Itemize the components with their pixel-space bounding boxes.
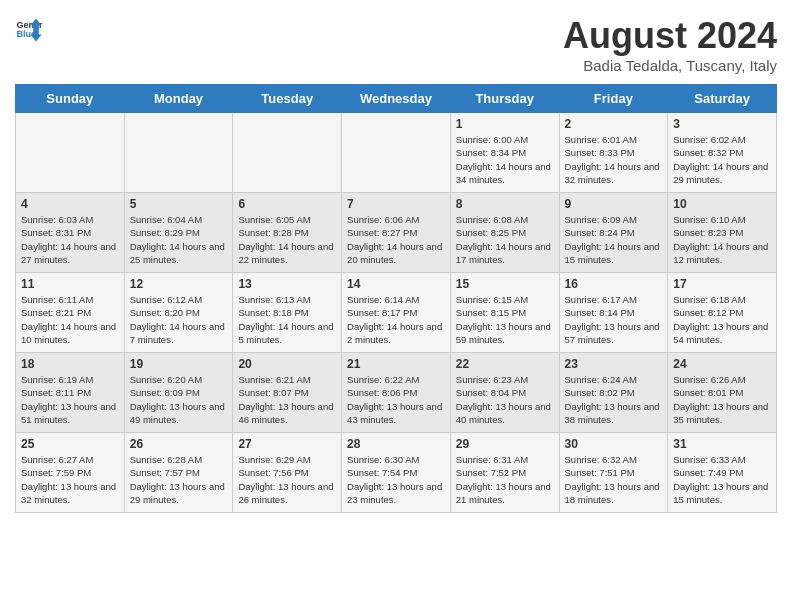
calendar-cell: 30Sunrise: 6:32 AM Sunset: 7:51 PM Dayli…: [559, 433, 668, 513]
calendar-cell: 11Sunrise: 6:11 AM Sunset: 8:21 PM Dayli…: [16, 273, 125, 353]
calendar-cell: 29Sunrise: 6:31 AM Sunset: 7:52 PM Dayli…: [450, 433, 559, 513]
calendar-cell: [16, 113, 125, 193]
day-number: 30: [565, 437, 663, 451]
calendar-cell: [342, 113, 451, 193]
cell-info: Sunrise: 6:18 AM Sunset: 8:12 PM Dayligh…: [673, 293, 771, 346]
cell-info: Sunrise: 6:32 AM Sunset: 7:51 PM Dayligh…: [565, 453, 663, 506]
day-number: 2: [565, 117, 663, 131]
cell-info: Sunrise: 6:11 AM Sunset: 8:21 PM Dayligh…: [21, 293, 119, 346]
weekday-header-wednesday: Wednesday: [342, 85, 451, 113]
calendar-cell: 27Sunrise: 6:29 AM Sunset: 7:56 PM Dayli…: [233, 433, 342, 513]
cell-info: Sunrise: 6:23 AM Sunset: 8:04 PM Dayligh…: [456, 373, 554, 426]
calendar-cell: 15Sunrise: 6:15 AM Sunset: 8:15 PM Dayli…: [450, 273, 559, 353]
weekday-header-friday: Friday: [559, 85, 668, 113]
day-number: 4: [21, 197, 119, 211]
cell-info: Sunrise: 6:21 AM Sunset: 8:07 PM Dayligh…: [238, 373, 336, 426]
day-number: 24: [673, 357, 771, 371]
calendar-cell: 21Sunrise: 6:22 AM Sunset: 8:06 PM Dayli…: [342, 353, 451, 433]
weekday-header-saturday: Saturday: [668, 85, 777, 113]
calendar-cell: 6Sunrise: 6:05 AM Sunset: 8:28 PM Daylig…: [233, 193, 342, 273]
cell-info: Sunrise: 6:26 AM Sunset: 8:01 PM Dayligh…: [673, 373, 771, 426]
day-number: 1: [456, 117, 554, 131]
calendar-cell: 5Sunrise: 6:04 AM Sunset: 8:29 PM Daylig…: [124, 193, 233, 273]
calendar-cell: 8Sunrise: 6:08 AM Sunset: 8:25 PM Daylig…: [450, 193, 559, 273]
cell-info: Sunrise: 6:29 AM Sunset: 7:56 PM Dayligh…: [238, 453, 336, 506]
cell-info: Sunrise: 6:00 AM Sunset: 8:34 PM Dayligh…: [456, 133, 554, 186]
day-number: 17: [673, 277, 771, 291]
logo: General Blue: [15, 15, 43, 43]
day-number: 13: [238, 277, 336, 291]
calendar-cell: 23Sunrise: 6:24 AM Sunset: 8:02 PM Dayli…: [559, 353, 668, 433]
cell-info: Sunrise: 6:03 AM Sunset: 8:31 PM Dayligh…: [21, 213, 119, 266]
calendar-cell: 14Sunrise: 6:14 AM Sunset: 8:17 PM Dayli…: [342, 273, 451, 353]
calendar-table: SundayMondayTuesdayWednesdayThursdayFrid…: [15, 84, 777, 513]
day-number: 18: [21, 357, 119, 371]
cell-info: Sunrise: 6:04 AM Sunset: 8:29 PM Dayligh…: [130, 213, 228, 266]
day-number: 12: [130, 277, 228, 291]
cell-info: Sunrise: 6:24 AM Sunset: 8:02 PM Dayligh…: [565, 373, 663, 426]
day-number: 11: [21, 277, 119, 291]
day-number: 29: [456, 437, 554, 451]
calendar-cell: 19Sunrise: 6:20 AM Sunset: 8:09 PM Dayli…: [124, 353, 233, 433]
cell-info: Sunrise: 6:14 AM Sunset: 8:17 PM Dayligh…: [347, 293, 445, 346]
cell-info: Sunrise: 6:33 AM Sunset: 7:49 PM Dayligh…: [673, 453, 771, 506]
week-row-3: 11Sunrise: 6:11 AM Sunset: 8:21 PM Dayli…: [16, 273, 777, 353]
calendar-cell: [233, 113, 342, 193]
logo-icon: General Blue: [15, 15, 43, 43]
cell-info: Sunrise: 6:05 AM Sunset: 8:28 PM Dayligh…: [238, 213, 336, 266]
day-number: 19: [130, 357, 228, 371]
weekday-header-sunday: Sunday: [16, 85, 125, 113]
cell-info: Sunrise: 6:19 AM Sunset: 8:11 PM Dayligh…: [21, 373, 119, 426]
cell-info: Sunrise: 6:02 AM Sunset: 8:32 PM Dayligh…: [673, 133, 771, 186]
day-number: 15: [456, 277, 554, 291]
calendar-cell: 2Sunrise: 6:01 AM Sunset: 8:33 PM Daylig…: [559, 113, 668, 193]
calendar-cell: 25Sunrise: 6:27 AM Sunset: 7:59 PM Dayli…: [16, 433, 125, 513]
day-number: 27: [238, 437, 336, 451]
calendar-cell: [124, 113, 233, 193]
weekday-header-monday: Monday: [124, 85, 233, 113]
cell-info: Sunrise: 6:12 AM Sunset: 8:20 PM Dayligh…: [130, 293, 228, 346]
cell-info: Sunrise: 6:08 AM Sunset: 8:25 PM Dayligh…: [456, 213, 554, 266]
day-number: 31: [673, 437, 771, 451]
day-number: 9: [565, 197, 663, 211]
calendar-cell: 12Sunrise: 6:12 AM Sunset: 8:20 PM Dayli…: [124, 273, 233, 353]
calendar-cell: 31Sunrise: 6:33 AM Sunset: 7:49 PM Dayli…: [668, 433, 777, 513]
calendar-cell: 1Sunrise: 6:00 AM Sunset: 8:34 PM Daylig…: [450, 113, 559, 193]
cell-info: Sunrise: 6:31 AM Sunset: 7:52 PM Dayligh…: [456, 453, 554, 506]
day-number: 16: [565, 277, 663, 291]
day-number: 8: [456, 197, 554, 211]
calendar-cell: 7Sunrise: 6:06 AM Sunset: 8:27 PM Daylig…: [342, 193, 451, 273]
day-number: 25: [21, 437, 119, 451]
day-number: 28: [347, 437, 445, 451]
calendar-cell: 3Sunrise: 6:02 AM Sunset: 8:32 PM Daylig…: [668, 113, 777, 193]
week-row-5: 25Sunrise: 6:27 AM Sunset: 7:59 PM Dayli…: [16, 433, 777, 513]
cell-info: Sunrise: 6:30 AM Sunset: 7:54 PM Dayligh…: [347, 453, 445, 506]
weekday-header-thursday: Thursday: [450, 85, 559, 113]
day-number: 20: [238, 357, 336, 371]
calendar-cell: 13Sunrise: 6:13 AM Sunset: 8:18 PM Dayli…: [233, 273, 342, 353]
week-row-4: 18Sunrise: 6:19 AM Sunset: 8:11 PM Dayli…: [16, 353, 777, 433]
weekday-header-tuesday: Tuesday: [233, 85, 342, 113]
calendar-cell: 24Sunrise: 6:26 AM Sunset: 8:01 PM Dayli…: [668, 353, 777, 433]
month-title: August 2024: [563, 15, 777, 57]
calendar-cell: 17Sunrise: 6:18 AM Sunset: 8:12 PM Dayli…: [668, 273, 777, 353]
title-area: August 2024 Badia Tedalda, Tuscany, Ital…: [563, 15, 777, 74]
day-number: 22: [456, 357, 554, 371]
day-number: 14: [347, 277, 445, 291]
calendar-cell: 20Sunrise: 6:21 AM Sunset: 8:07 PM Dayli…: [233, 353, 342, 433]
cell-info: Sunrise: 6:10 AM Sunset: 8:23 PM Dayligh…: [673, 213, 771, 266]
calendar-cell: 10Sunrise: 6:10 AM Sunset: 8:23 PM Dayli…: [668, 193, 777, 273]
day-number: 3: [673, 117, 771, 131]
cell-info: Sunrise: 6:17 AM Sunset: 8:14 PM Dayligh…: [565, 293, 663, 346]
cell-info: Sunrise: 6:20 AM Sunset: 8:09 PM Dayligh…: [130, 373, 228, 426]
cell-info: Sunrise: 6:27 AM Sunset: 7:59 PM Dayligh…: [21, 453, 119, 506]
cell-info: Sunrise: 6:13 AM Sunset: 8:18 PM Dayligh…: [238, 293, 336, 346]
week-row-1: 1Sunrise: 6:00 AM Sunset: 8:34 PM Daylig…: [16, 113, 777, 193]
day-number: 7: [347, 197, 445, 211]
day-number: 21: [347, 357, 445, 371]
weekday-header-row: SundayMondayTuesdayWednesdayThursdayFrid…: [16, 85, 777, 113]
day-number: 26: [130, 437, 228, 451]
location: Badia Tedalda, Tuscany, Italy: [563, 57, 777, 74]
calendar-cell: 9Sunrise: 6:09 AM Sunset: 8:24 PM Daylig…: [559, 193, 668, 273]
day-number: 10: [673, 197, 771, 211]
